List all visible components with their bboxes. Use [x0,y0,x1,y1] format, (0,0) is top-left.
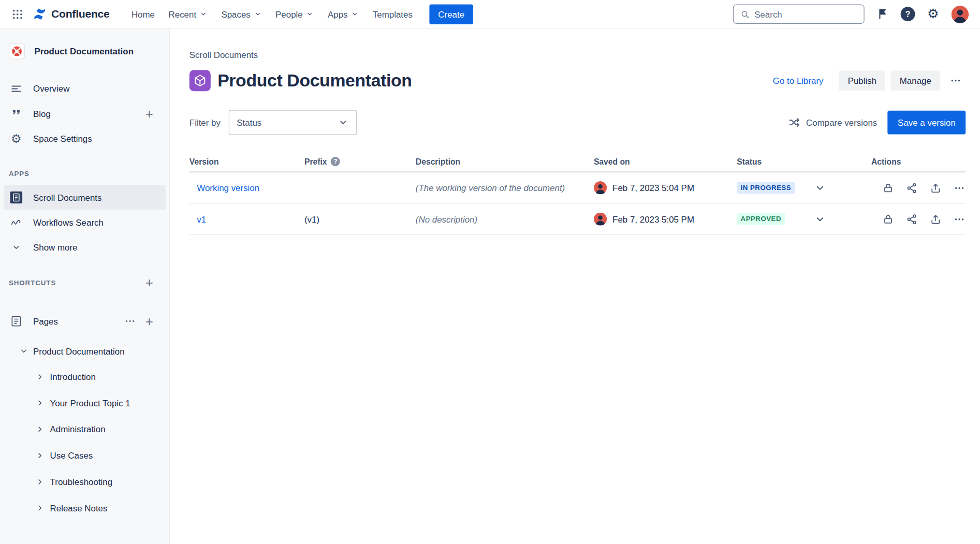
overview-lines-icon [9,82,24,95]
nav-people[interactable]: People [269,5,321,23]
add-page-button[interactable]: + [145,315,153,328]
description-cell: (No description) [416,214,594,224]
chevron-right-icon[interactable] [35,477,45,487]
nav-templates[interactable]: Templates [366,5,420,23]
nav-spaces-label: Spaces [221,9,250,19]
space-name: Product Documentation [34,46,134,56]
saved-on-cell: Feb 7, 2023 5:04 PM [594,181,737,194]
share-button[interactable] [905,182,918,194]
document-cube-icon [189,70,211,91]
version-link[interactable]: Working version [197,183,259,193]
chevron-down-icon [254,10,262,18]
gear-icon: ⚙ [927,7,939,20]
breadcrumb-link[interactable]: Scroll Documents [189,50,258,60]
tree-item-troubleshooting[interactable]: Troubleshooting [0,468,169,495]
nav-spaces[interactable]: Spaces [214,5,269,23]
nav-templates-label: Templates [373,9,413,19]
nav-recent[interactable]: Recent [162,5,214,23]
status-filter-dropdown[interactable]: Status [229,110,357,135]
go-to-library-link[interactable]: Go to Library [773,76,824,85]
actions-cell [871,213,966,225]
chevron-down-icon [9,242,24,252]
status-expand-button[interactable] [814,182,826,194]
save-a-version-button[interactable]: Save a version [888,111,966,135]
shortcuts-section-label: SHORTCUTS [9,278,56,286]
row-more-button[interactable] [953,182,966,194]
permissions-button[interactable] [882,213,894,225]
saved-on-date: Feb 7, 2023 5:05 PM [612,214,694,224]
nav-apps[interactable]: Apps [321,5,366,23]
space-avatar-icon [9,43,25,59]
status-cell: APPROVED [737,213,871,225]
confluence-logo[interactable]: Confluence [33,7,110,21]
chevron-right-icon[interactable] [35,398,45,408]
chevron-right-icon[interactable] [35,503,45,513]
notifications-flag-button[interactable] [875,7,890,22]
chevron-down-icon [814,213,826,225]
confluence-logo-icon [33,7,47,21]
pages-more-button[interactable] [124,315,136,327]
tree-item-administration[interactable]: Administration [0,416,169,443]
title-more-button[interactable] [946,70,966,91]
primary-navigation: Home Recent Spaces People Apps Templates [125,5,420,23]
main-content: Scroll Documents Product Documentation G… [170,29,980,544]
version-cell: v1 [189,214,304,224]
column-header-version: Version [189,156,304,166]
version-link[interactable]: v1 [197,214,206,224]
sidebar-item-workflows-search[interactable]: Workflows Search [0,210,169,235]
compare-versions-button[interactable]: Compare versions [788,116,877,129]
share-button[interactable] [905,213,918,225]
tree-item-your-product-topic-1[interactable]: Your Product Topic 1 [0,390,169,416]
ellipsis-icon [953,182,966,194]
create-button[interactable]: Create [429,4,473,24]
topbar-right-controls: ? ⚙ [733,4,969,23]
export-button[interactable] [929,182,942,194]
tree-item-label: Product Documentation [33,346,125,356]
chevron-down-icon[interactable] [19,346,28,356]
sidebar-item-label: Overview [33,84,69,94]
page-title: Product Documentation [217,70,412,91]
column-header-saved-on: Saved on [594,156,737,166]
app-grid-icon [11,8,24,20]
chevron-right-icon[interactable] [35,372,45,381]
status-expand-button[interactable] [814,213,826,225]
sidebar-item-overview[interactable]: Overview [0,76,169,101]
search-input[interactable] [754,9,857,19]
export-button[interactable] [929,213,942,225]
space-header[interactable]: Product Documentation [0,41,169,62]
manage-button[interactable]: Manage [891,70,940,91]
tree-item-introduction[interactable]: Introduction [0,364,169,390]
quote-icon [9,108,24,120]
permissions-button[interactable] [882,182,894,194]
table-row-v1: v1 (v1) (No description) Feb 7, 2023 5:0… [189,204,966,235]
sidebar-item-space-settings[interactable]: ⚙ Space Settings [0,126,169,151]
prefix-help-icon[interactable]: ? [331,156,340,166]
add-blog-post-button[interactable]: + [145,107,153,120]
tree-item-use-cases[interactable]: Use Cases [0,443,169,469]
chevron-right-icon[interactable] [35,450,45,460]
title-actions: Go to Library Publish Manage [773,70,966,91]
sidebar-item-label: Show more [33,242,77,252]
column-header-description: Description [416,156,594,166]
sidebar-item-scroll-documents[interactable]: Scroll Documents [4,185,166,210]
sidebar-item-pages[interactable]: Pages + [0,308,169,333]
confluence-logo-text: Confluence [51,7,110,20]
tree-item-product-documentation[interactable]: Product Documentation [0,339,169,363]
nav-home[interactable]: Home [125,5,162,23]
chevron-right-icon[interactable] [35,424,45,434]
search-box[interactable] [733,4,865,23]
add-shortcut-button[interactable]: + [145,276,153,289]
tree-item-release-notes[interactable]: Release Notes [0,495,169,521]
publish-button[interactable]: Publish [839,70,885,91]
settings-button[interactable]: ⚙ [926,7,941,22]
sidebar-item-blog[interactable]: Blog + [0,101,169,126]
ellipsis-icon [949,75,962,87]
chevron-down-icon [306,10,314,18]
user-avatar-button[interactable] [951,5,969,23]
sidebar-item-show-more[interactable]: Show more [0,235,169,260]
lock-icon [882,213,894,225]
status-cell: IN PROGRESS [737,182,871,194]
row-more-button[interactable] [953,213,966,225]
app-switcher-button[interactable] [9,5,26,23]
help-button[interactable]: ? [901,7,915,21]
